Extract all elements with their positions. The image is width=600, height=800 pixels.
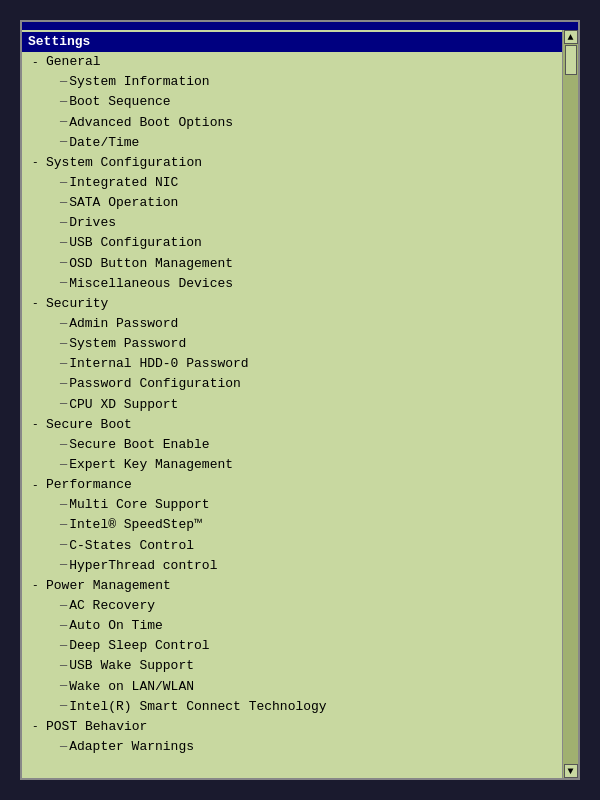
- scroll-thumb[interactable]: [565, 45, 577, 75]
- tree-item-wake-on-lan-wlan[interactable]: —Wake on LAN/WLAN: [22, 677, 562, 697]
- collapse-icon-secure-boot: -: [32, 416, 42, 433]
- item-label-system-password: System Password: [69, 334, 186, 354]
- connector-deep-sleep-control: —: [60, 637, 67, 656]
- tree-item-sata-operation[interactable]: —SATA Operation: [22, 193, 562, 213]
- item-label-date-time: Date/Time: [69, 133, 139, 153]
- group-label-general: General: [46, 52, 101, 72]
- collapse-icon-general: -: [32, 54, 42, 71]
- tree-item-cpu-xd-support[interactable]: —CPU XD Support: [22, 395, 562, 415]
- tree-item-system-configuration[interactable]: -System Configuration: [22, 153, 562, 173]
- tree-item-hyperthread-control[interactable]: —HyperThread control: [22, 556, 562, 576]
- item-label-secure-boot-enable: Secure Boot Enable: [69, 435, 209, 455]
- item-label-usb-wake-support: USB Wake Support: [69, 656, 194, 676]
- tree-item-internal-hdd-password[interactable]: —Internal HDD-0 Password: [22, 354, 562, 374]
- title-bar: [22, 22, 578, 30]
- tree-item-osd-button-management[interactable]: —OSD Button Management: [22, 254, 562, 274]
- connector-drives: —: [60, 214, 67, 233]
- group-label-secure-boot: Secure Boot: [46, 415, 132, 435]
- tree-item-usb-wake-support[interactable]: —USB Wake Support: [22, 656, 562, 676]
- connector-boot-sequence: —: [60, 93, 67, 112]
- tree-panel[interactable]: Settings-General—System Information—Boot…: [22, 30, 562, 778]
- tree-item-admin-password[interactable]: —Admin Password: [22, 314, 562, 334]
- group-label-security: Security: [46, 294, 108, 314]
- item-label-sata-operation: SATA Operation: [69, 193, 178, 213]
- connector-osd-button-management: —: [60, 254, 67, 273]
- connector-internal-hdd-password: —: [60, 355, 67, 374]
- scroll-down-button[interactable]: ▼: [564, 764, 578, 778]
- tree-item-power-management[interactable]: -Power Management: [22, 576, 562, 596]
- tree-item-auto-on-time[interactable]: —Auto On Time: [22, 616, 562, 636]
- tree-item-drives[interactable]: —Drives: [22, 213, 562, 233]
- tree-item-general[interactable]: -General: [22, 52, 562, 72]
- tree-item-miscellaneous-devices[interactable]: —Miscellaneous Devices: [22, 274, 562, 294]
- connector-auto-on-time: —: [60, 617, 67, 636]
- item-label-expert-key-management: Expert Key Management: [69, 455, 233, 475]
- tree-item-post-behavior[interactable]: -POST Behavior: [22, 717, 562, 737]
- connector-intel-speedstep: —: [60, 516, 67, 535]
- item-label-hyperthread-control: HyperThread control: [69, 556, 217, 576]
- connector-date-time: —: [60, 133, 67, 152]
- tree-item-intel-speedstep[interactable]: —Intel® SpeedStep™: [22, 515, 562, 535]
- connector-hyperthread-control: —: [60, 556, 67, 575]
- item-label-osd-button-management: OSD Button Management: [69, 254, 233, 274]
- tree-item-secure-boot-enable[interactable]: —Secure Boot Enable: [22, 435, 562, 455]
- connector-password-configuration: —: [60, 375, 67, 394]
- tree-item-security[interactable]: -Security: [22, 294, 562, 314]
- item-label-intel-smart-connect: Intel(R) Smart Connect Technology: [69, 697, 326, 717]
- item-label-advanced-boot-options: Advanced Boot Options: [69, 113, 233, 133]
- tree-item-expert-key-management[interactable]: —Expert Key Management: [22, 455, 562, 475]
- item-label-admin-password: Admin Password: [69, 314, 178, 334]
- item-label-boot-sequence: Boot Sequence: [69, 92, 170, 112]
- connector-cpu-xd-support: —: [60, 395, 67, 414]
- connector-ac-recovery: —: [60, 597, 67, 616]
- tree-item-usb-configuration[interactable]: —USB Configuration: [22, 233, 562, 253]
- connector-c-states-control: —: [60, 536, 67, 555]
- scrollbar[interactable]: ▲ ▼: [562, 30, 578, 778]
- tree-item-intel-smart-connect[interactable]: —Intel(R) Smart Connect Technology: [22, 697, 562, 717]
- tree-item-settings[interactable]: Settings: [22, 32, 562, 52]
- connector-miscellaneous-devices: —: [60, 274, 67, 293]
- tree-item-password-configuration[interactable]: —Password Configuration: [22, 374, 562, 394]
- tree-item-deep-sleep-control[interactable]: —Deep Sleep Control: [22, 636, 562, 656]
- item-label-wake-on-lan-wlan: Wake on LAN/WLAN: [69, 677, 194, 697]
- item-label-miscellaneous-devices: Miscellaneous Devices: [69, 274, 233, 294]
- item-label-multi-core-support: Multi Core Support: [69, 495, 209, 515]
- item-label-c-states-control: C-States Control: [69, 536, 194, 556]
- bios-window: Settings-General—System Information—Boot…: [20, 20, 580, 780]
- connector-admin-password: —: [60, 315, 67, 334]
- tree-item-adapter-warnings[interactable]: —Adapter Warnings: [22, 737, 562, 757]
- collapse-icon-system-configuration: -: [32, 154, 42, 171]
- connector-secure-boot-enable: —: [60, 436, 67, 455]
- collapse-icon-performance: -: [32, 477, 42, 494]
- item-label-password-configuration: Password Configuration: [69, 374, 241, 394]
- connector-wake-on-lan-wlan: —: [60, 677, 67, 696]
- item-label-deep-sleep-control: Deep Sleep Control: [69, 636, 209, 656]
- item-label-adapter-warnings: Adapter Warnings: [69, 737, 194, 757]
- tree-item-performance[interactable]: -Performance: [22, 475, 562, 495]
- tree-item-c-states-control[interactable]: —C-States Control: [22, 536, 562, 556]
- scroll-up-button[interactable]: ▲: [564, 30, 578, 44]
- group-label-power-management: Power Management: [46, 576, 171, 596]
- connector-system-information: —: [60, 73, 67, 92]
- item-label-system-information: System Information: [69, 72, 209, 92]
- item-label-integrated-nic: Integrated NIC: [69, 173, 178, 193]
- item-label-usb-configuration: USB Configuration: [69, 233, 202, 253]
- tree-item-date-time[interactable]: —Date/Time: [22, 133, 562, 153]
- connector-expert-key-management: —: [60, 456, 67, 475]
- group-label-post-behavior: POST Behavior: [46, 717, 147, 737]
- tree-item-system-password[interactable]: —System Password: [22, 334, 562, 354]
- tree-item-multi-core-support[interactable]: —Multi Core Support: [22, 495, 562, 515]
- connector-integrated-nic: —: [60, 174, 67, 193]
- tree-item-secure-boot[interactable]: -Secure Boot: [22, 415, 562, 435]
- connector-system-password: —: [60, 335, 67, 354]
- item-label-internal-hdd-password: Internal HDD-0 Password: [69, 354, 248, 374]
- tree-item-advanced-boot-options[interactable]: —Advanced Boot Options: [22, 113, 562, 133]
- item-label-intel-speedstep: Intel® SpeedStep™: [69, 515, 202, 535]
- tree-item-ac-recovery[interactable]: —AC Recovery: [22, 596, 562, 616]
- tree-item-boot-sequence[interactable]: —Boot Sequence: [22, 92, 562, 112]
- item-label-auto-on-time: Auto On Time: [69, 616, 163, 636]
- content-area: Settings-General—System Information—Boot…: [22, 30, 578, 778]
- tree-item-integrated-nic[interactable]: —Integrated NIC: [22, 173, 562, 193]
- tree-item-system-information[interactable]: —System Information: [22, 72, 562, 92]
- connector-sata-operation: —: [60, 194, 67, 213]
